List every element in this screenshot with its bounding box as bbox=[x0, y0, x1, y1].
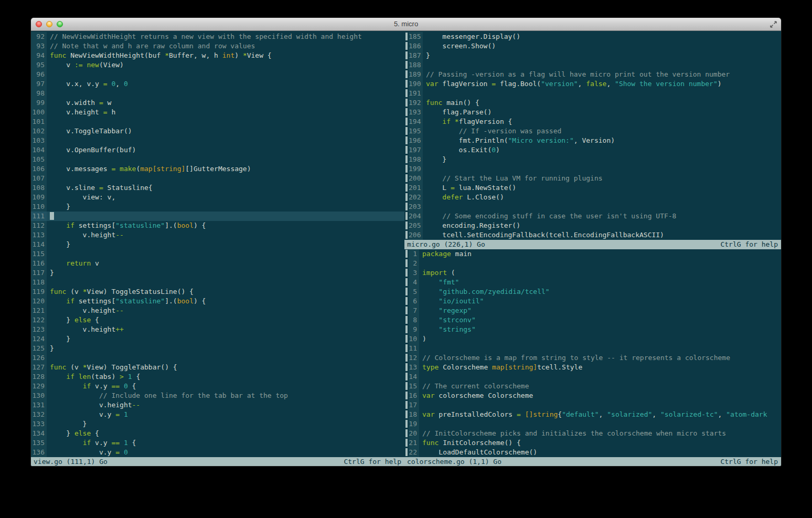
code-line[interactable]: 102 v.ToggleTabbar() bbox=[31, 126, 404, 136]
code-line[interactable]: 205 encoding.Register() bbox=[404, 221, 781, 230]
code-line[interactable]: 118 bbox=[31, 278, 404, 287]
code-line[interactable]: 96 bbox=[31, 70, 404, 79]
code-line[interactable]: 3import ( bbox=[404, 268, 781, 278]
code-line[interactable]: 202 defer L.Close() bbox=[404, 193, 781, 202]
code-line[interactable]: 104 v.OpenBuffer(buf) bbox=[31, 145, 404, 155]
code-line[interactable]: 112 if settings["statusline"].(bool) { bbox=[31, 221, 404, 230]
code-line[interactable]: 193 flag.Parse() bbox=[404, 108, 781, 117]
code-area-colorscheme-go[interactable]: 1package main23import (4 "fmt"5 "github.… bbox=[404, 249, 781, 457]
code-line[interactable]: 107 bbox=[31, 174, 404, 183]
code-line[interactable]: 7 "regexp" bbox=[404, 306, 781, 315]
code-line[interactable]: 11 bbox=[404, 344, 781, 353]
code-line[interactable]: 121 v.height-- bbox=[31, 306, 404, 315]
line-number: 131 bbox=[31, 400, 47, 410]
code-line[interactable]: 17 bbox=[404, 400, 781, 410]
code-line[interactable]: 116 return v bbox=[31, 259, 404, 268]
code-line[interactable]: 93// Note that w and h are raw column an… bbox=[31, 41, 404, 51]
code-line[interactable]: 15// The current colorscheme bbox=[404, 382, 781, 391]
code-line[interactable]: 99 v.width = w bbox=[31, 98, 404, 108]
code-line[interactable]: 92// NewViewWidthHeight returns a new vi… bbox=[31, 32, 404, 41]
code-line[interactable]: 103 bbox=[31, 136, 404, 145]
code-line[interactable]: 192func main() { bbox=[404, 98, 781, 108]
code-line[interactable]: 135 if v.y == 1 { bbox=[31, 438, 404, 448]
code-line[interactable]: 120 if settings["statusline"].(bool) { bbox=[31, 297, 404, 306]
code-line[interactable]: 125} bbox=[31, 344, 404, 353]
code-line[interactable]: 6 "io/ioutil" bbox=[404, 297, 781, 306]
code-line[interactable]: 110 } bbox=[31, 202, 404, 212]
code-line[interactable]: 186 screen.Show() bbox=[404, 41, 781, 51]
code-line[interactable]: 132 v.y = 1 bbox=[31, 410, 404, 419]
code-line[interactable]: 100 v.height = h bbox=[31, 108, 404, 117]
code-line[interactable]: 105 bbox=[31, 155, 404, 164]
code-line[interactable]: 195 // If -version was passed bbox=[404, 126, 781, 136]
code-line[interactable]: 189// Passing -version as a flag will ha… bbox=[404, 70, 781, 79]
code-line[interactable]: 9 "strings" bbox=[404, 325, 781, 334]
code-line[interactable]: 136 v.y = 0 bbox=[31, 448, 404, 457]
code-line[interactable]: 129 if v.y == 0 { bbox=[31, 382, 404, 391]
code-line[interactable]: 22 LoadDefaultColorscheme() bbox=[404, 448, 781, 457]
code-line[interactable]: 197 os.Exit(0) bbox=[404, 145, 781, 155]
code-line[interactable]: 115 bbox=[31, 249, 404, 259]
code-line[interactable]: 94func NewViewWidthHeight(buf *Buffer, w… bbox=[31, 51, 404, 60]
code-line[interactable]: 194 if *flagVersion { bbox=[404, 117, 781, 126]
code-line[interactable]: 190var flagVersion = flag.Bool("version"… bbox=[404, 79, 781, 89]
code-line[interactable]: 106 v.messages = make(map[string][]Gutte… bbox=[31, 164, 404, 174]
code-line[interactable]: 191 bbox=[404, 89, 781, 98]
code-line[interactable]: 4 "fmt" bbox=[404, 278, 781, 287]
code-line[interactable]: 10) bbox=[404, 334, 781, 344]
line-text: ) bbox=[419, 334, 781, 344]
code-line[interactable]: 127func (v *View) ToggleTabbar() { bbox=[31, 363, 404, 372]
code-line[interactable]: 98 bbox=[31, 89, 404, 98]
code-line[interactable]: 119func (v *View) ToggleStatusLine() { bbox=[31, 287, 404, 297]
code-line[interactable]: 113 v.height-- bbox=[31, 230, 404, 240]
code-line[interactable]: 12// Colorscheme is a map from string to… bbox=[404, 353, 781, 363]
code-line[interactable]: 5 "github.com/zyedidia/tcell" bbox=[404, 287, 781, 297]
code-line[interactable]: 1package main bbox=[404, 249, 781, 259]
code-line[interactable]: 20// InitColorscheme picks and initializ… bbox=[404, 429, 781, 438]
code-line[interactable]: 122 } else { bbox=[31, 315, 404, 325]
code-line[interactable]: 19 bbox=[404, 419, 781, 429]
code-line[interactable]: 131 v.height-- bbox=[31, 400, 404, 410]
code-line[interactable]: 206 tcell.SetEncodingFallback(tcell.Enco… bbox=[404, 230, 781, 240]
code-line[interactable]: 130 // Include one line for the tab bar … bbox=[31, 391, 404, 400]
code-line[interactable]: 203 bbox=[404, 202, 781, 212]
code-line[interactable]: 97 v.x, v.y = 0, 0 bbox=[31, 79, 404, 89]
code-line[interactable]: 13type Colorscheme map[string]tcell.Styl… bbox=[404, 363, 781, 372]
code-line[interactable]: 14 bbox=[404, 372, 781, 382]
code-line[interactable]: 196 fmt.Println("Micro version:", Versio… bbox=[404, 136, 781, 145]
code-line[interactable]: 134 } else { bbox=[31, 429, 404, 438]
minimize-button[interactable] bbox=[46, 21, 52, 27]
code-area-micro-go[interactable]: 185 messenger.Display()186 screen.Show()… bbox=[404, 31, 781, 240]
code-line[interactable]: 201 L = lua.NewState() bbox=[404, 183, 781, 193]
code-area-view-go[interactable]: 92// NewViewWidthHeight returns a new vi… bbox=[31, 31, 404, 457]
code-line[interactable]: 109 view: v, bbox=[31, 193, 404, 202]
title-bar[interactable]: 5. micro bbox=[31, 18, 781, 31]
code-line[interactable]: 123 v.height++ bbox=[31, 325, 404, 334]
code-line[interactable]: 8 "strconv" bbox=[404, 315, 781, 325]
code-line[interactable]: 133 } bbox=[31, 419, 404, 429]
code-line[interactable]: 101 bbox=[31, 117, 404, 126]
code-line[interactable]: 95 v := new(View) bbox=[31, 60, 404, 70]
code-line[interactable]: 198 } bbox=[404, 155, 781, 164]
code-line[interactable]: 128 if len(tabs) > 1 { bbox=[31, 372, 404, 382]
code-line[interactable]: 200 // Start the Lua VM for running plug… bbox=[404, 174, 781, 183]
code-line[interactable]: 204 // Some encoding stuff in case the u… bbox=[404, 212, 781, 221]
code-line[interactable]: 187} bbox=[404, 51, 781, 60]
code-line[interactable]: 117} bbox=[31, 268, 404, 278]
zoom-button[interactable] bbox=[57, 21, 63, 27]
code-line[interactable]: 2 bbox=[404, 259, 781, 268]
code-line[interactable]: 188 bbox=[404, 60, 781, 70]
code-line[interactable]: 199 bbox=[404, 164, 781, 174]
code-line[interactable]: 18var preInstalledColors = []string{"def… bbox=[404, 410, 781, 419]
code-line[interactable]: 114 } bbox=[31, 240, 404, 249]
code-line[interactable]: 185 messenger.Display() bbox=[404, 32, 781, 41]
close-button[interactable] bbox=[36, 21, 42, 27]
code-line[interactable]: 108 v.sline = Statusline{ bbox=[31, 183, 404, 193]
code-line[interactable]: 16var colorscheme Colorscheme bbox=[404, 391, 781, 400]
code-line[interactable]: 21func InitColorscheme() { bbox=[404, 438, 781, 448]
code-line[interactable]: 111 bbox=[31, 212, 404, 221]
code-line[interactable]: 124 } bbox=[31, 334, 404, 344]
fullscreen-button[interactable] bbox=[770, 20, 777, 28]
line-number: 127 bbox=[31, 363, 47, 372]
code-line[interactable]: 126 bbox=[31, 353, 404, 363]
